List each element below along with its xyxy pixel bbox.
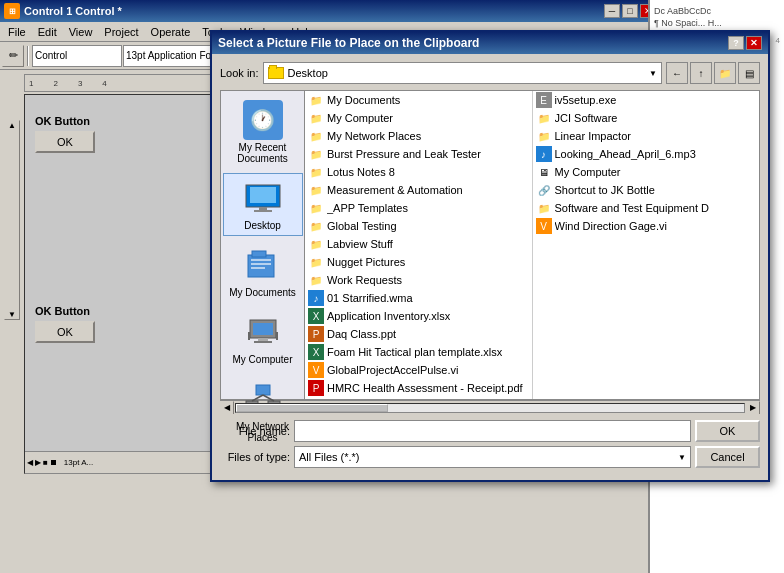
audio-file-icon: ♪	[536, 146, 552, 162]
file-sidebar: 🕐 My Recent Documents	[220, 90, 305, 400]
file-item-name: iv5setup.exe	[555, 94, 617, 106]
control-combo[interactable]: Control	[32, 45, 122, 67]
list-item[interactable]: 📁Nugget Pictures	[305, 253, 532, 271]
list-item[interactable]: XApplication Inventory.xlsx	[305, 307, 532, 325]
file-item-name: GlobalProjectAccelPulse.vi	[327, 364, 458, 376]
nav-new-folder-btn[interactable]: 📁	[714, 62, 736, 84]
toolbar-pencil-btn[interactable]: ✏	[2, 45, 24, 67]
list-item[interactable]: 📁JCI Software	[533, 109, 760, 127]
sidebar-recent-docs[interactable]: 🕐 My Recent Documents	[223, 95, 303, 169]
menu-file[interactable]: File	[2, 24, 32, 40]
svg-rect-7	[251, 263, 271, 265]
list-item[interactable]: PHMRC Health Assessment - Receipt.pdf	[305, 379, 532, 397]
list-item[interactable]: 📁My Network Places	[305, 127, 532, 145]
vi-file-icon: V	[536, 218, 552, 234]
h-scrollbar[interactable]: ◀ ▶	[220, 400, 760, 414]
folder-file-icon: 📁	[536, 200, 552, 216]
app-container: ⊞ Control 1 Control * ─ □ ✕ File Edit Vi…	[0, 0, 784, 573]
file-item-name: Global Testing	[327, 220, 397, 232]
look-in-combo-inner: Desktop	[268, 67, 328, 79]
list-item[interactable]: ♪Looking_Ahead_April_6.mp3	[533, 145, 760, 163]
list-item[interactable]: 🔗Shortcut to JK Bottle	[533, 181, 760, 199]
svg-rect-8	[251, 267, 265, 269]
list-item[interactable]: 🖥My Computer	[533, 163, 760, 181]
my-computer-icon	[243, 312, 283, 352]
sidebar-mydocs-label: My Documents	[229, 287, 296, 298]
list-item[interactable]: VWind Direction Gage.vi	[533, 217, 760, 235]
ok-button[interactable]: OK	[695, 420, 760, 442]
dialog-help-button[interactable]: ?	[728, 36, 744, 50]
file-list-left-col: 📁My Documents📁My Computer📁My Network Pla…	[305, 91, 533, 399]
list-item[interactable]: 📁My Documents	[305, 91, 532, 109]
ok-button-1[interactable]: OK	[35, 131, 95, 153]
list-item[interactable]: ♪01 Starrified.wma	[305, 289, 532, 307]
minimize-button[interactable]: ─	[604, 4, 620, 18]
excel-file-icon: X	[308, 308, 324, 324]
menu-project[interactable]: Project	[98, 24, 144, 40]
look-in-label: Look in:	[220, 67, 259, 79]
file-list-area: 📁My Documents📁My Computer📁My Network Pla…	[305, 90, 760, 400]
svg-rect-1	[250, 187, 276, 203]
svg-rect-3	[254, 210, 272, 212]
list-item[interactable]: 📁Linear Impactor	[533, 127, 760, 145]
svg-rect-4	[248, 255, 274, 277]
sidebar-desktop[interactable]: Desktop	[223, 173, 303, 236]
menu-view[interactable]: View	[63, 24, 99, 40]
list-item[interactable]: 📁Measurement & Automation	[305, 181, 532, 199]
list-item[interactable]: 📁Software and Test Equipment D	[533, 199, 760, 217]
dialog-title-text: Select a Picture File to Place on the Cl…	[218, 36, 479, 50]
nav-up-btn[interactable]: ↑	[690, 62, 712, 84]
file-item-name: Daq Class.ppt	[327, 328, 396, 340]
look-in-combo[interactable]: Desktop ▼	[263, 62, 662, 84]
menu-edit[interactable]: Edit	[32, 24, 63, 40]
scroll-right-btn[interactable]: ▶	[746, 401, 760, 415]
look-in-value: Desktop	[288, 67, 328, 79]
scroll-left-btn[interactable]: ◀	[220, 401, 234, 415]
list-item[interactable]: PDaq Class.ppt	[305, 325, 532, 343]
sidebar-recent-label: My Recent Documents	[226, 142, 300, 164]
scroll-thumb[interactable]	[236, 404, 388, 412]
menu-operate[interactable]: Operate	[145, 24, 197, 40]
files-of-type-label: Files of type:	[220, 451, 290, 463]
file-item-name: Lotus Notes 8	[327, 166, 395, 178]
folder-file-icon: 📁	[308, 164, 324, 180]
file-list-right-col: Eiv5setup.exe📁JCI Software📁Linear Impact…	[533, 91, 760, 399]
list-item[interactable]: Eiv5setup.exe	[533, 91, 760, 109]
app-title: Control 1 Control *	[24, 5, 122, 17]
svg-rect-14	[276, 332, 278, 340]
list-item[interactable]: 📁Labview Stuff	[305, 235, 532, 253]
recent-docs-icon: 🕐	[243, 100, 283, 140]
file-item-name: HMRC Health Assessment - Receipt.pdf	[327, 382, 523, 394]
ok-button-2[interactable]: OK	[35, 321, 95, 343]
sidebar-my-documents[interactable]: My Documents	[223, 240, 303, 303]
list-item[interactable]: 📁_APP Templates	[305, 199, 532, 217]
list-item[interactable]: 📁My Computer	[305, 109, 532, 127]
list-item[interactable]: 📁Work Requests	[305, 271, 532, 289]
svg-rect-5	[252, 251, 266, 257]
svg-line-18	[252, 395, 263, 401]
file-name-input[interactable]	[294, 420, 691, 442]
nav-view-btn[interactable]: ▤	[738, 62, 760, 84]
list-item[interactable]: 📁Lotus Notes 8	[305, 163, 532, 181]
pdf-file-icon: P	[308, 380, 324, 396]
file-item-name: Software and Test Equipment D	[555, 202, 710, 214]
cancel-button[interactable]: Cancel	[695, 446, 760, 468]
sidebar-my-computer[interactable]: My Computer	[223, 307, 303, 370]
recent-docs-big-icon: 🕐	[243, 100, 283, 140]
sidebar-desktop-label: Desktop	[244, 220, 281, 231]
file-item-name: My Documents	[327, 94, 400, 106]
files-of-type-combo[interactable]: All Files (*.*) ▼	[294, 446, 691, 468]
maximize-button[interactable]: □	[622, 4, 638, 18]
list-item[interactable]: XFoam Hit Tactical plan template.xlsx	[305, 343, 532, 361]
list-item[interactable]: 📁Global Testing	[305, 217, 532, 235]
svg-rect-12	[254, 341, 272, 343]
dialog-close-button[interactable]: ✕	[746, 36, 762, 50]
list-item[interactable]: 📁Burst Pressure and Leak Tester	[305, 145, 532, 163]
list-item[interactable]: VGlobalProjectAccelPulse.vi	[305, 361, 532, 379]
my-comp-svg	[244, 316, 282, 348]
file-area: 🕐 My Recent Documents	[220, 90, 760, 400]
desktop-svg	[244, 183, 282, 213]
nav-back-btn[interactable]: ←	[666, 62, 688, 84]
dialog-title-bar: Select a Picture File to Place on the Cl…	[212, 32, 768, 54]
file-item-name: JCI Software	[555, 112, 618, 124]
